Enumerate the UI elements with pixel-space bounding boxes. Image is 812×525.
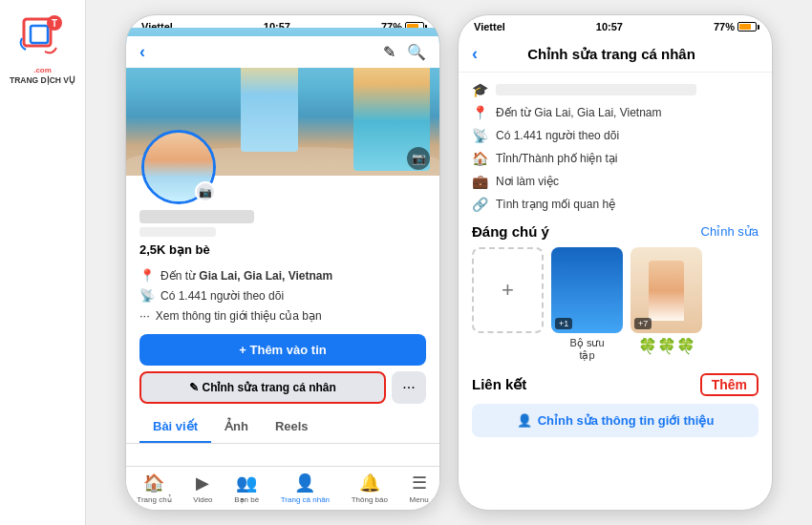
edit-intro-icon: 👤 (517, 413, 532, 428)
links-section: Liên kết Thêm 👤 Chỉnh sửa thông tin giới… (472, 373, 759, 437)
featured-label-collection: Bộ sưutập (569, 337, 604, 362)
p2-info-work[interactable]: 💼 Nơi làm việc (472, 174, 759, 189)
phone1-action-buttons: + Thêm vào tin ✎ Chỉnh sửa trang cá nhân… (126, 326, 439, 411)
tab-reels[interactable]: Reels (262, 411, 322, 443)
tab-posts[interactable]: Bài viết (139, 411, 211, 443)
home-icon: 🏠 (143, 472, 164, 494)
bottom-nav-profile[interactable]: 👤 Trang cá nhân (281, 472, 330, 504)
logo-title: .com TRANG DỊCH VỤ (10, 65, 75, 86)
p2-relationship-icon: 🔗 (472, 197, 488, 212)
p2-work-icon: 💼 (472, 174, 488, 189)
them-button[interactable]: Thêm (700, 373, 759, 396)
cover-camera-icon[interactable]: 📷 (407, 147, 430, 170)
links-title: Liên kết (472, 376, 526, 393)
phone2: Viettel 10:57 77% ‹ Chỉnh sửa trang cá n… (458, 14, 773, 511)
featured-item-collection[interactable]: +1 Bộ sưutập (551, 247, 623, 362)
info-location: 📍 Đến từ Gia Lai, Gia Lai, Vietnam (126, 266, 439, 284)
p2-city-icon: 🏠 (472, 151, 488, 166)
logo-area: T .com TRANG DỊCH VỤ (0, 0, 86, 525)
featured-add-button[interactable]: + (472, 247, 544, 333)
phone1-bottom-nav: 🏠 Trang chủ ▶ Video 👥 Bạn bè 👤 Trang cá … (126, 466, 439, 510)
phone2-battery-area: 77% (714, 21, 757, 32)
friends-icon: 👥 (236, 472, 257, 494)
featured-thumb-emojis: +7 (630, 247, 702, 333)
p2-info-followers[interactable]: 📡 Có 1.441 người theo dõi (472, 128, 759, 143)
add-to-story-button[interactable]: + Thêm vào tin (139, 334, 426, 366)
phone1: Viettel 10:57 77% ‹ ✎ 🔍 (125, 14, 440, 511)
featured-emoji-row: 🍀🍀🍀 (638, 337, 695, 355)
featured-badge-1: +1 (555, 318, 572, 329)
video-icon: ▶ (196, 472, 209, 494)
menu-icon: ☰ (412, 472, 427, 494)
phone2-battery-fill (739, 24, 751, 30)
tab-photos[interactable]: Ảnh (211, 411, 262, 443)
location-icon: 📍 (139, 268, 155, 283)
phone2-carrier: Viettel (474, 21, 505, 32)
p2-info-city[interactable]: 🏠 Tỉnh/Thành phố hiện tại (472, 151, 759, 166)
edit-intro-button[interactable]: 👤 Chỉnh sửa thông tin giới thiệu (472, 404, 759, 437)
phone2-title: Chỉnh sửa trang cá nhân (487, 46, 736, 63)
bottom-nav-home[interactable]: 🏠 Trang chủ (137, 472, 171, 504)
phone2-battery-tip (758, 25, 759, 30)
education-icon: 🎓 (472, 82, 488, 97)
phone2-battery-percent: 77% (714, 21, 735, 32)
profile-icon: 👤 (294, 472, 315, 494)
profile-sub-blurred (139, 227, 216, 237)
phone1-tabs: Bài viết Ảnh Reels (126, 411, 439, 444)
phone2-back-button[interactable]: ‹ (472, 44, 478, 64)
featured-add-icon: + (502, 278, 514, 303)
logo-icon: T (16, 10, 69, 62)
featured-thumb-collection: +1 (551, 247, 623, 333)
phone1-nav-bar: ‹ ✎ 🔍 (126, 36, 439, 68)
phones-container: Viettel 10:57 77% ‹ ✎ 🔍 (86, 0, 812, 525)
info-more[interactable]: ··· Xem thông tin giới thiệu của bạn (126, 306, 439, 325)
featured-section-header: Đáng chú ý Chỉnh sửa (472, 223, 759, 240)
profile-name-blurred (139, 210, 254, 223)
edit-profile-button[interactable]: ✎ Chỉnh sửa trang cá nhân (139, 371, 386, 404)
edit-intro-label: Chỉnh sửa thông tin giới thiệu (538, 413, 715, 428)
p2-followers-icon: 📡 (472, 128, 488, 143)
phone2-status-bar: Viettel 10:57 77% (459, 15, 772, 36)
p2-info-education[interactable]: 🎓 (472, 82, 759, 97)
featured-title: Đáng chú ý (472, 223, 549, 240)
bottom-nav-friends[interactable]: 👥 Bạn bè (234, 472, 259, 504)
svg-text:T: T (52, 18, 57, 29)
phone1-nav-actions: ✎ 🔍 (383, 43, 426, 61)
p2-location-icon: 📍 (472, 105, 488, 120)
featured-grid: + +1 Bộ sưutập (472, 247, 759, 362)
friends-count: 2,5K bạn bè (139, 242, 426, 257)
more-button[interactable]: ··· (392, 371, 426, 404)
links-header: Liên kết Thêm (472, 373, 759, 396)
phone1-back-button[interactable]: ‹ (139, 42, 145, 62)
phone2-content: 🎓 📍 Đến từ Gia Lai, Gia Lai, Vietnam 📡 C… (459, 73, 772, 510)
bottom-nav-menu[interactable]: ☰ Menu (410, 472, 429, 504)
p2-info-location[interactable]: 📍 Đến từ Gia Lai, Gia Lai, Vietnam (472, 105, 759, 120)
bell-icon: 🔔 (359, 472, 380, 494)
featured-badge-2: +7 (634, 318, 652, 329)
p2-info-relationship[interactable]: 🔗 Tình trạng mối quan hệ (472, 197, 759, 212)
featured-item-emojis[interactable]: +7 🍀🍀🍀 (630, 247, 702, 362)
bottom-nav-video[interactable]: ▶ Video (193, 472, 212, 504)
phone1-search-icon[interactable]: 🔍 (407, 43, 426, 61)
followers-icon: 📡 (139, 288, 155, 303)
phone2-time: 10:57 (596, 21, 623, 32)
phone2-header: ‹ Chỉnh sửa trang cá nhân (459, 36, 772, 73)
info-more-icon: ··· (139, 308, 150, 323)
info-followers: 📡 Có 1.441 người theo dõi (126, 286, 439, 304)
phone2-battery-icon (737, 22, 757, 32)
phone1-edit-icon[interactable]: ✎ (383, 43, 395, 61)
education-blurred (496, 84, 696, 95)
btn-row: ✎ Chỉnh sửa trang cá nhân ··· (139, 371, 426, 404)
bottom-nav-notifications[interactable]: 🔔 Thông báo (352, 472, 388, 504)
avatar-camera-badge[interactable]: 📷 (195, 181, 216, 202)
featured-edit-button[interactable]: Chỉnh sửa (701, 224, 759, 239)
svg-rect-1 (31, 26, 48, 43)
